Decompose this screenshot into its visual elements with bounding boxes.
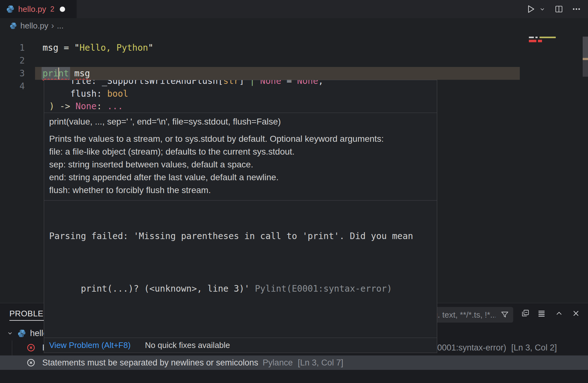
minimap-line-1 — [529, 37, 556, 38]
hover-tooltip: file: _SupportsWriteAndFlush[str] | None… — [44, 80, 437, 353]
line-number: 4 — [0, 80, 25, 93]
line-number: 2 — [0, 54, 25, 67]
hover-code-row-clipped: file: _SupportsWriteAndFlush[str] | None… — [49, 80, 437, 88]
doc-line: Prints the values to a stream, or to sys… — [49, 132, 432, 145]
print-signature-text: print(value, ..., sep=' ', end='\n', fil… — [49, 116, 432, 127]
python-file-icon — [18, 329, 26, 338]
diagnostic-source: Pylint(E0001:syntax-error) — [255, 283, 392, 294]
error-icon — [26, 343, 36, 352]
hover-status-bar: View Problem (Alt+F8) No quick fixes ava… — [44, 338, 437, 353]
hover-code-row-flush: flush: bool — [49, 88, 437, 100]
hover-diagnostic: Parsing failed: 'Missing parentheses in … — [44, 200, 437, 338]
current-line-highlight — [35, 67, 520, 80]
doc-line: file: a file-like object (stream); defau… — [49, 145, 432, 158]
editor-scrollbar[interactable] — [583, 37, 588, 77]
doc-line: flush: whether to forcibly flush the str… — [49, 184, 432, 197]
line-number: 3 — [0, 67, 25, 80]
problem-location: [Ln 3, Col 2] — [511, 343, 557, 353]
diagnostic-line-2: print(...)? (<unknown>, line 3)' — [81, 283, 255, 294]
diagnostic-line-1: Parsing failed: 'Missing parentheses in … — [49, 231, 413, 241]
collapse-all-icon[interactable] — [521, 309, 530, 319]
scrollbar-slider-lower — [583, 60, 588, 77]
vscode-window: { "colors": { "accent_link": "#4097f5", … — [0, 0, 588, 383]
problem-message: Statements must be separated by newlines… — [42, 358, 258, 368]
problem-row-2-selected[interactable]: Statements must be separated by newlines… — [0, 355, 588, 370]
view-as-table-icon[interactable] — [537, 309, 546, 319]
minimap-error-marks — [529, 40, 542, 42]
doc-line: end: string appended after the last valu… — [49, 171, 432, 184]
maximize-panel-icon[interactable] — [555, 309, 564, 319]
minimap[interactable] — [520, 31, 583, 81]
hover-signature-code: file: _SupportsWriteAndFlush[str] | None… — [44, 80, 437, 113]
text-cursor — [58, 68, 59, 79]
filter-funnel-icon — [500, 310, 509, 321]
hover-code-row-return: ) -> None: ... — [49, 100, 437, 113]
code-line-1: msg = "Hello, Python" — [43, 41, 153, 54]
no-quick-fixes-label: No quick fixes available — [145, 340, 230, 350]
hover-docs: print(value, ..., sep=' ', end='\n', fil… — [44, 113, 437, 200]
view-problem-link[interactable]: View Problem (Alt+F8) — [49, 340, 130, 350]
problem-location: [Ln 3, Col 7] — [298, 358, 343, 368]
overview-ruler-mark — [583, 58, 588, 60]
close-panel-icon[interactable] — [571, 309, 580, 319]
scrollbar-slider[interactable] — [583, 37, 588, 58]
doc-line: sep: string inserted between values, def… — [49, 158, 432, 171]
error-icon — [26, 358, 36, 367]
chevron-down-icon[interactable] — [6, 329, 14, 337]
problem-source: Pylance — [263, 358, 293, 368]
line-number: 1 — [0, 41, 25, 54]
code-line-3: print msg — [43, 67, 90, 80]
